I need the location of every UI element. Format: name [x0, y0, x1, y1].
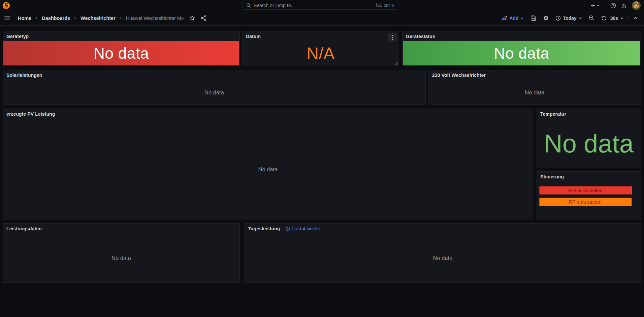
stat-value: N/A	[243, 41, 399, 66]
panel-geraetestatus: Gerätestatus No data	[402, 31, 641, 66]
stat-value: No data	[3, 41, 239, 65]
panel-time-range[interactable]: Last 4 weeks	[285, 226, 320, 231]
clock-icon	[285, 226, 290, 231]
panel-title[interactable]: 230 Volt Wechselrichter	[429, 70, 641, 80]
no-data-message: No data	[3, 80, 425, 105]
panel-title[interactable]: Datum	[243, 31, 399, 41]
no-data-message: No data	[245, 234, 641, 282]
panel-title[interactable]: Steuerung	[537, 172, 641, 182]
panel-title[interactable]: Gerätestatus	[402, 31, 641, 41]
panel-title[interactable]: Leistungsdaten	[3, 224, 239, 234]
panel-menu-icon[interactable]	[388, 33, 397, 41]
panel-erzeugte-pv: erzeugte PV Leistung No data	[3, 109, 533, 220]
rpi-shutdown-button[interactable]: RPI ausschalten	[539, 186, 632, 195]
panel-datum: Datum N/A	[242, 31, 399, 66]
panel-steuerung: Steuerung RPI ausschalten RPI neu starte…	[537, 171, 641, 220]
panel-title: Tagesleistung Last 4 weeks	[245, 224, 641, 234]
rpi-restart-button[interactable]: RPI neu starten	[539, 198, 632, 206]
resize-handle[interactable]	[395, 62, 398, 65]
panel-solarleistungen: Solarleistungen No data	[3, 70, 426, 105]
panel-temperatur: Temperatur No data	[537, 109, 641, 168]
panel-title-text[interactable]: Tagesleistung	[248, 226, 280, 231]
no-data-message: No data	[429, 80, 641, 105]
no-data-message: No data	[3, 119, 533, 220]
panel-title[interactable]: erzeugte PV Leistung	[3, 109, 533, 119]
panel-title[interactable]: Gerätetyp	[3, 31, 239, 41]
panel-title[interactable]: Temperatur	[537, 109, 641, 119]
stat-value: No data	[403, 41, 640, 65]
dashboard-canvas: Gerätetyp No data Datum N/A Gerätestatus…	[0, 0, 644, 317]
panel-230volt: 230 Volt Wechselrichter No data	[428, 70, 641, 105]
panel-tagesleistung: Tagesleistung Last 4 weeks No data	[245, 223, 641, 283]
no-data-message: No data	[3, 234, 239, 282]
panel-title[interactable]: Solarleistungen	[3, 70, 425, 80]
panel-leistungsdaten: Leistungsdaten No data	[3, 223, 240, 283]
stat-value: No data	[537, 119, 641, 168]
panel-geraetetyp: Gerätetyp No data	[3, 31, 240, 66]
